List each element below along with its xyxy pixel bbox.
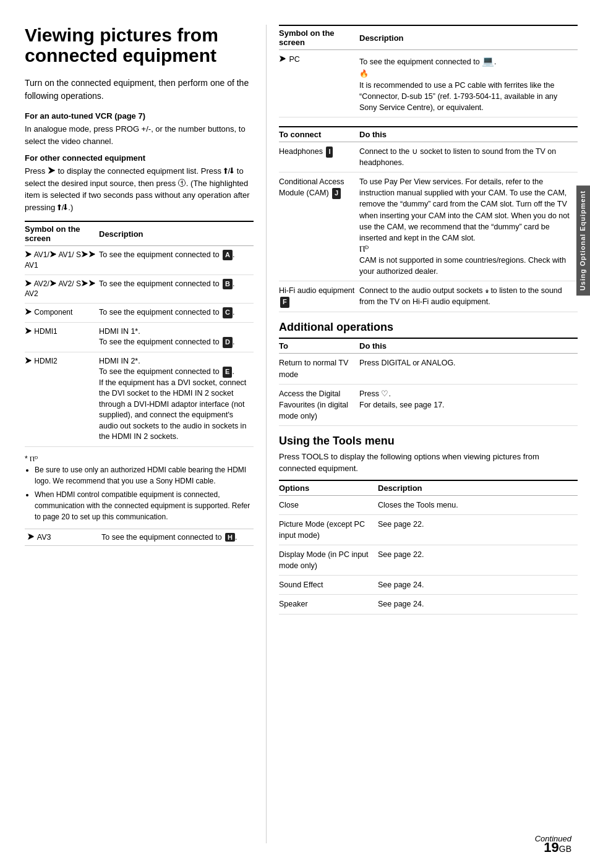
- av3-row: ⮞ AV3 To see the equipment connected to …: [25, 529, 254, 545]
- av3-table: ⮞ AV3 To see the equipment connected to …: [25, 529, 254, 546]
- badge-B: B: [223, 279, 233, 289]
- option-desc-cell: See page 24.: [378, 576, 578, 595]
- sym-col-header-desc: Description: [99, 221, 254, 246]
- desc-cell: To see the equipment connected to C.: [99, 304, 254, 323]
- desc-cell: HDMI IN 1*.To see the equipment connecte…: [99, 322, 254, 352]
- sym-row: ⮞ HDMI2HDMI IN 2*.To see the equipment c…: [25, 352, 254, 446]
- badge-D: D: [223, 337, 233, 347]
- connect-row: Headphones IConnect to the ∪ socket to l…: [279, 142, 578, 172]
- sym-row: ⮞ AV2/⮞ AV2/ S⮞⮞ AV2To see the equipment…: [25, 274, 254, 304]
- option-row: CloseCloses the Tools menu.: [279, 495, 578, 514]
- additional-header2: Do this: [359, 338, 578, 354]
- badge-H: H: [225, 533, 235, 542]
- page-suffix: GB: [559, 844, 571, 854]
- connect-row: Conditional Access Module (CAM) JTo use …: [279, 172, 578, 281]
- intro-text: Turn on the connected equipment, then pe…: [25, 77, 254, 103]
- do-this-cell: To use Pay Per View services. For detail…: [359, 172, 578, 281]
- left-column: Viewing pictures from connected equipmen…: [0, 25, 266, 843]
- badge-A: A: [223, 250, 233, 260]
- desc-cell: To see the equipment connected to B.: [99, 274, 254, 304]
- option-row: Display Mode (in PC input mode only)See …: [279, 545, 578, 576]
- symbol-table-right: Symbol on the screen Description ⮞ PC To…: [279, 25, 578, 117]
- footnote-area: * Ⲡᴰ Be sure to use only an authorized H…: [25, 453, 254, 522]
- badge-E: E: [223, 367, 232, 377]
- sym-col-header-symbol: Symbol on the screen: [25, 221, 99, 246]
- desc-cell: HDMI IN 2*.To see the equipment connecte…: [99, 352, 254, 446]
- option-cell: Close: [279, 495, 378, 514]
- desc-cell: To see the equipment connected to A.: [99, 246, 254, 275]
- option-cell: Display Mode (in PC input mode only): [279, 545, 378, 576]
- badge-J: J: [332, 188, 341, 199]
- options-table: Options Description CloseCloses the Tool…: [279, 480, 578, 615]
- footnote-bullet1: Be sure to use only an authorized HDMI c…: [35, 464, 254, 487]
- do-this-cell: Press ♡.For details, see page 17.: [359, 384, 578, 425]
- section1-body: In analogue mode, press PROG +/-, or the…: [25, 123, 254, 147]
- page: Viewing pictures from connected equipmen…: [0, 0, 590, 868]
- connect-cell: Headphones I: [279, 142, 359, 172]
- sym-cell: ⮞ Component: [25, 304, 99, 323]
- options-header1: Options: [279, 480, 378, 496]
- option-row: Sound EffectSee page 24.: [279, 576, 578, 595]
- sym-cell: ⮞ HDMI2: [25, 352, 99, 446]
- option-row: Picture Mode (except PC input mode)See p…: [279, 514, 578, 545]
- symbol-table-left: Symbol on the screen Description ⮞ AV1/⮞…: [25, 221, 254, 447]
- right-sym-header2: Description: [359, 25, 578, 50]
- option-cell: Picture Mode (except PC input mode): [279, 514, 378, 545]
- option-cell: Speaker: [279, 595, 378, 614]
- connect-cell: Hi-Fi audio equipment F: [279, 281, 359, 312]
- connect-header2: Do this: [359, 127, 578, 142]
- page-number: 19GB: [544, 840, 571, 856]
- badge-I: I: [326, 147, 333, 158]
- sym-cell: ⮞ AV1/⮞ AV1/ S⮞⮞ AV1: [25, 246, 99, 275]
- section2-body: Press ⮞ to display the connected equipme…: [25, 165, 254, 213]
- additional-header1: To: [279, 338, 359, 354]
- right-column: Symbol on the screen Description ⮞ PC To…: [266, 25, 590, 843]
- badge-F: F: [280, 297, 289, 308]
- connect-cell: Conditional Access Module (CAM) J: [279, 172, 359, 281]
- options-header2: Description: [378, 480, 578, 496]
- option-row: SpeakerSee page 24.: [279, 595, 578, 614]
- to-cell: Return to normal TV mode: [279, 354, 359, 384]
- pc-row: ⮞ PC To see the equipment connected to 💻…: [279, 50, 578, 117]
- sym-row: ⮞ AV1/⮞ AV1/ S⮞⮞ AV1To see the equipment…: [25, 246, 254, 275]
- page-title: Viewing pictures from connected equipmen…: [25, 25, 254, 66]
- connect-table: To connect Do this Headphones IConnect t…: [279, 126, 578, 312]
- section2-heading: For other connected equipment: [25, 153, 254, 163]
- tools-title: Using the Tools menu: [279, 435, 578, 448]
- av3-symbol: ⮞ AV3: [25, 529, 99, 545]
- additional-table: To Do this Return to normal TV modePress…: [279, 338, 578, 426]
- do-this-cell: Press DIGITAL or ANALOG.: [359, 354, 578, 384]
- sym-row: ⮞ ComponentTo see the equipment connecte…: [25, 304, 254, 323]
- option-cell: Sound Effect: [279, 576, 378, 595]
- option-desc-cell: Closes the Tools menu.: [378, 495, 578, 514]
- sym-cell: ⮞ HDMI1: [25, 322, 99, 352]
- footnote-bullet2: When HDMI control compatible equipment i…: [35, 489, 254, 522]
- pc-description: To see the equipment connected to 💻. 🔥 I…: [359, 50, 578, 117]
- do-this-cell: Connect to the ∪ socket to listen to sou…: [359, 142, 578, 172]
- badge-C: C: [223, 307, 233, 318]
- pc-symbol: ⮞ PC: [279, 50, 359, 117]
- option-desc-cell: See page 22.: [378, 545, 578, 576]
- connect-row: Hi-Fi audio equipment FConnect to the au…: [279, 281, 578, 312]
- do-this-cell: Connect to the audio output sockets ⨨ to…: [359, 281, 578, 312]
- option-desc-cell: See page 24.: [378, 595, 578, 614]
- footnote-bullets: Be sure to use only an authorized HDMI c…: [35, 464, 254, 522]
- option-desc-cell: See page 22.: [378, 514, 578, 545]
- av3-description: To see the equipment connected to H.: [99, 529, 254, 545]
- right-sym-header1: Symbol on the screen: [279, 25, 359, 50]
- to-cell: Access the Digital Favourites (in digita…: [279, 384, 359, 425]
- side-label: Using Optional Equipment: [576, 185, 590, 296]
- additional-title: Additional operations: [279, 321, 578, 334]
- pc-icon: 💻: [482, 56, 494, 66]
- section1-heading: For an auto-tuned VCR (page 7): [25, 111, 254, 121]
- sym-row: ⮞ HDMI1HDMI IN 1*.To see the equipment c…: [25, 322, 254, 352]
- additional-row: Access the Digital Favourites (in digita…: [279, 384, 578, 425]
- sym-cell: ⮞ AV2/⮞ AV2/ S⮞⮞ AV2: [25, 274, 99, 304]
- connect-header1: To connect: [279, 127, 359, 142]
- footnote-star: * Ⲡᴰ: [25, 453, 254, 464]
- additional-row: Return to normal TV modePress DIGITAL or…: [279, 354, 578, 384]
- tools-intro: Press TOOLS to display the following opt…: [279, 451, 578, 475]
- page-num-value: 19: [544, 840, 558, 855]
